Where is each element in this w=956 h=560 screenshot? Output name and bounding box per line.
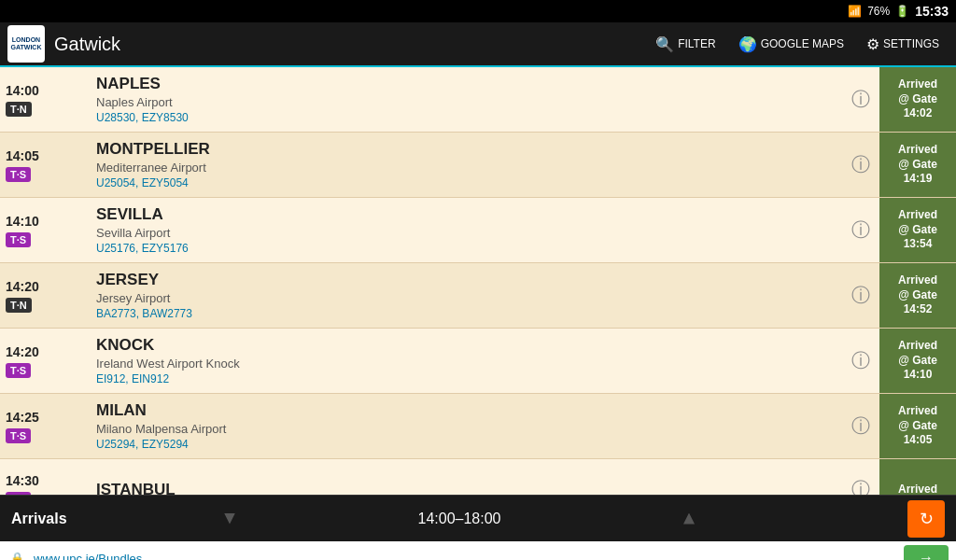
maps-icon: 🌍 [738,35,757,53]
flight-codes: U25176, EZY5176 [96,242,835,255]
table-row: 14:20 T·N JERSEY Jersey Airport BA2773, … [0,263,956,329]
wifi-icon: 📶 [848,5,862,18]
flight-city: ISTANBUL [96,481,835,496]
flight-info-col: SEVILLA Sevilla Airport U25176, EZY5176 [89,198,842,262]
flight-time-col: 14:20 T·N [0,263,89,328]
flight-airport: Sevilla Airport [96,226,835,240]
filter-button[interactable]: 🔍 FILTER [646,30,724,59]
flight-list: 14:00 T·N NAPLES Naples Airport U28530, … [0,67,956,495]
flight-time-col: 14:10 T·S [0,198,89,262]
flight-airport: Ireland West Airport Knock [96,357,835,371]
clock: 15:33 [915,4,949,19]
flight-time-col: 14:05 T·S [0,133,89,197]
info-icon[interactable]: ⓘ [842,329,879,393]
table-row: 14:20 T·S KNOCK Ireland West Airport Kno… [0,329,956,394]
status-bar: 📶 76% 🔋 15:33 [0,0,956,22]
nav-actions: 🔍 FILTER 🌍 GOOGLE MAPS ⚙ SETTINGS [646,30,949,59]
info-icon[interactable]: ⓘ [842,459,879,495]
info-icon[interactable]: ⓘ [842,394,879,458]
flight-time-col: 14:30 T·S [0,459,89,495]
flight-airport: Milano Malpensa Airport [96,422,835,436]
settings-label: SETTINGS [883,37,939,50]
flight-codes: U25294, EZY5294 [96,438,835,451]
flight-status: Arrived [879,459,956,495]
maps-label: GOOGLE MAPS [761,37,844,50]
table-row: 14:25 T·S MILAN Milano Malpensa Airport … [0,394,956,459]
flight-city: SEVILLA [96,205,835,224]
filter-label: FILTER [678,37,715,50]
flight-codes: EI912, EIN912 [96,372,835,385]
refresh-button[interactable]: ↻ [907,500,945,538]
google-maps-button[interactable]: 🌍 GOOGLE MAPS [729,30,853,59]
flight-info-col: NAPLES Naples Airport U28530, EZY8530 [89,67,842,132]
scroll-down-indicator [683,513,695,525]
ad-bar: 🔒 www.upc.ie/Bundles → [0,541,956,560]
flight-time: 14:10 [6,214,39,229]
flight-time-col: 14:20 T·S [0,329,89,393]
flight-codes: U28530, EZY8530 [96,111,835,124]
lock-icon: 🔒 [7,549,26,560]
flight-time: 14:20 [6,279,39,294]
flight-airport: Jersey Airport [96,291,835,305]
time-range: 14:00–18:00 [246,511,672,527]
flight-info-col: ISTANBUL [89,459,842,495]
settings-button[interactable]: ⚙ SETTINGS [857,30,949,59]
flight-time: 14:30 [6,473,39,488]
flight-time-col: 14:25 T·S [0,394,89,458]
flight-status: Arrived@ Gate14:10 [879,329,956,393]
ad-url: www.upc.ie/Bundles [34,552,896,561]
page-title: Gatwick [54,34,646,55]
flight-status: Arrived@ Gate14:19 [879,133,956,197]
flight-time: 14:20 [6,344,39,359]
table-row: 14:10 T·S SEVILLA Sevilla Airport U25176… [0,198,956,263]
flight-info-col: KNOCK Ireland West Airport Knock EI912, … [89,329,842,393]
arrivals-label: Arrivals [11,511,224,527]
flight-city: NAPLES [96,75,835,93]
scroll-up-indicator [224,513,235,525]
table-row: 14:30 T·S ISTANBUL ⓘ Arrived [0,459,956,495]
flight-city: MONTPELLIER [96,140,835,159]
table-row: 14:00 T·N NAPLES Naples Airport U28530, … [0,67,956,133]
terminal-badge: T·N [6,102,32,117]
flight-status: Arrived@ Gate13:54 [879,198,956,262]
flight-status: Arrived@ Gate14:02 [879,67,956,132]
terminal-badge: T·S [6,232,31,247]
gear-icon: ⚙ [866,35,879,53]
flight-time: 14:25 [6,410,39,425]
flight-time-col: 14:00 T·N [0,67,89,132]
search-icon: 🔍 [655,35,674,53]
bottom-bar: Arrivals 14:00–18:00 ↻ [0,495,956,541]
wifi-percent: 76% [867,5,890,18]
flight-status: Arrived@ Gate14:52 [879,263,956,328]
terminal-badge: T·N [6,298,32,313]
flight-time: 14:00 [6,83,39,98]
terminal-badge: T·S [6,167,31,182]
info-icon[interactable]: ⓘ [842,67,879,132]
info-icon[interactable]: ⓘ [842,133,879,197]
flight-city: MILAN [96,401,835,420]
flight-info-col: JERSEY Jersey Airport BA2773, BAW2773 [89,263,842,328]
terminal-badge: T·S [6,492,31,496]
flight-info-col: MILAN Milano Malpensa Airport U25294, EZ… [89,394,842,458]
battery-icon: 🔋 [895,5,909,18]
flight-codes: BA2773, BAW2773 [96,307,835,320]
ad-go-button[interactable]: → [904,545,949,560]
table-row: 14:05 T·S MONTPELLIER Mediterranee Airpo… [0,133,956,198]
app-logo: LONDONGATWICK [7,25,45,63]
flight-airport: Naples Airport [96,95,835,109]
flight-city: JERSEY [96,271,835,289]
info-icon[interactable]: ⓘ [842,198,879,262]
flight-status: Arrived@ Gate14:05 [879,394,956,458]
flight-time: 14:05 [6,148,39,163]
flight-codes: U25054, EZY5054 [96,176,835,189]
flight-city: KNOCK [96,336,835,355]
terminal-badge: T·S [6,363,31,378]
info-icon[interactable]: ⓘ [842,263,879,328]
terminal-badge: T·S [6,428,31,443]
flight-info-col: MONTPELLIER Mediterranee Airport U25054,… [89,133,842,197]
flight-airport: Mediterranee Airport [96,161,835,175]
nav-bar: LONDONGATWICK Gatwick 🔍 FILTER 🌍 GOOGLE … [0,22,956,67]
